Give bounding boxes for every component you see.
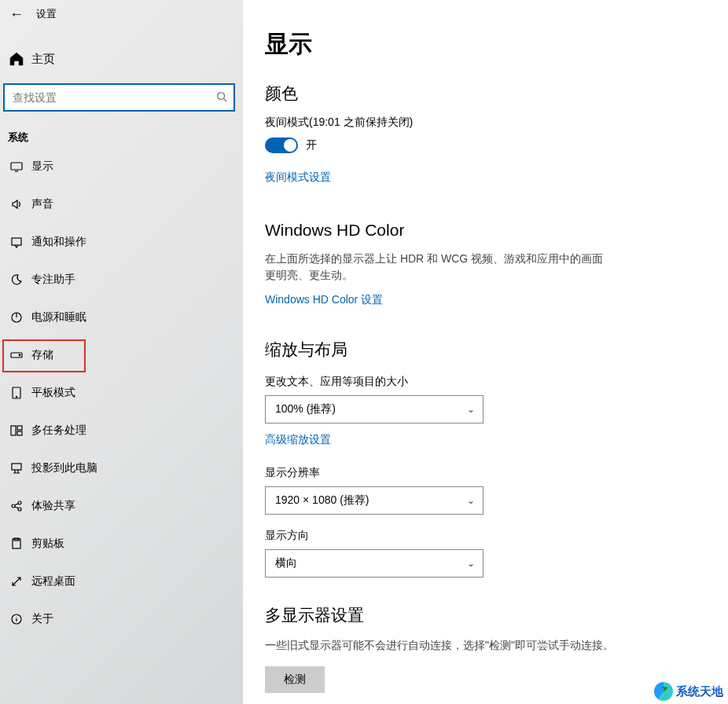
- night-mode-toggle[interactable]: [265, 138, 298, 153]
- svg-point-0: [218, 92, 225, 99]
- sidebar-item-shared-experiences[interactable]: 体验共享: [0, 487, 243, 525]
- watermark-text: 系统天地: [676, 684, 723, 699]
- section-label-system: 系统: [0, 112, 243, 148]
- sidebar-item-display[interactable]: 显示: [0, 148, 243, 185]
- chevron-down-icon: ⌄: [467, 404, 475, 415]
- sidebar-item-label: 专注助手: [31, 273, 75, 287]
- monitor-icon: [8, 160, 25, 173]
- sidebar-item-tablet-mode[interactable]: 平板模式: [0, 374, 243, 412]
- sidebar: ← 设置 主页 系统 显示 声音 通知和操作: [0, 0, 243, 704]
- sidebar-item-storage[interactable]: 存储: [0, 336, 243, 374]
- sidebar-item-sound[interactable]: 声音: [0, 185, 243, 223]
- globe-icon: [654, 682, 673, 701]
- orientation-label: 显示方向: [265, 529, 706, 543]
- multitask-icon: [8, 424, 25, 437]
- nav-list: 显示 声音 通知和操作 专注助手 电源和睡眠 存储 平板模式 多任务处理: [0, 148, 243, 638]
- home-icon: [8, 50, 25, 68]
- night-mode-state: 开: [306, 138, 317, 152]
- svg-point-14: [18, 508, 21, 511]
- sidebar-item-label: 投影到此电脑: [31, 461, 97, 475]
- remote-icon: [8, 575, 25, 588]
- sidebar-item-label: 远程桌面: [31, 574, 75, 588]
- sidebar-item-label: 显示: [31, 160, 53, 174]
- hdcolor-desc: 在上面所选择的显示器上让 HDR 和 WCG 视频、游戏和应用中的画面更明亮、更…: [265, 251, 611, 284]
- night-mode-label: 夜间模式(19:01 之前保持关闭): [265, 116, 706, 130]
- scale-select[interactable]: 100% (推荐) ⌄: [265, 395, 483, 424]
- resolution-select[interactable]: 1920 × 1080 (推荐) ⌄: [265, 486, 483, 515]
- sidebar-item-label: 体验共享: [31, 499, 75, 513]
- sidebar-item-label: 平板模式: [31, 386, 75, 400]
- svg-rect-10: [17, 431, 22, 435]
- sidebar-item-label: 通知和操作: [31, 235, 86, 249]
- sidebar-item-power-sleep[interactable]: 电源和睡眠: [0, 299, 243, 336]
- notification-icon: [8, 236, 25, 248]
- watermark: 系统天地: [654, 682, 723, 701]
- orientation-value: 横向: [275, 556, 297, 570]
- back-icon: ←: [9, 6, 24, 23]
- svg-rect-2: [12, 238, 21, 245]
- search-container: [0, 75, 243, 112]
- section-multimonitor-heading: 多显示器设置: [265, 604, 706, 626]
- sidebar-item-projecting[interactable]: 投影到此电脑: [0, 449, 243, 487]
- app-title: 设置: [36, 7, 57, 21]
- info-icon: [8, 613, 25, 625]
- sidebar-item-label: 关于: [31, 612, 53, 626]
- sidebar-item-label: 电源和睡眠: [31, 310, 86, 324]
- power-icon: [8, 311, 25, 324]
- sidebar-item-notifications[interactable]: 通知和操作: [0, 223, 243, 261]
- resolution-label: 显示分辨率: [265, 466, 706, 480]
- advanced-scale-link[interactable]: 高级缩放设置: [265, 433, 331, 447]
- scale-value: 100% (推荐): [275, 402, 336, 416]
- resolution-value: 1920 × 1080 (推荐): [275, 493, 369, 508]
- text-size-label: 更改文本、应用等项目的大小: [265, 375, 706, 389]
- multimonitor-desc: 一些旧式显示器可能不会进行自动连接，选择"检测"即可尝试手动连接。: [265, 637, 674, 654]
- sidebar-item-label: 多任务处理: [31, 424, 86, 438]
- share-icon: [8, 500, 25, 512]
- search-input[interactable]: [3, 83, 235, 112]
- search-icon: [216, 91, 227, 104]
- project-icon: [8, 462, 25, 475]
- sidebar-item-label: 声音: [31, 197, 53, 211]
- sidebar-item-about[interactable]: 关于: [0, 600, 243, 638]
- sidebar-item-label: 主页: [31, 52, 55, 67]
- svg-point-5: [19, 354, 20, 356]
- sidebar-item-label: 剪贴板: [31, 537, 64, 551]
- clipboard-icon: [8, 537, 25, 550]
- svg-point-13: [18, 501, 21, 504]
- back-button[interactable]: ←: [5, 2, 28, 26]
- hdcolor-settings-link[interactable]: Windows HD Color 设置: [265, 293, 383, 307]
- svg-point-7: [16, 396, 17, 397]
- detect-button[interactable]: 检测: [265, 666, 325, 693]
- svg-rect-8: [11, 426, 16, 435]
- chevron-down-icon: ⌄: [467, 558, 475, 569]
- night-mode-settings-link[interactable]: 夜间模式设置: [265, 170, 331, 185]
- sidebar-item-clipboard[interactable]: 剪贴板: [0, 525, 243, 563]
- section-color-heading: 颜色: [265, 82, 706, 104]
- tablet-icon: [8, 387, 25, 399]
- sidebar-item-focus-assist[interactable]: 专注助手: [0, 261, 243, 299]
- svg-rect-9: [17, 426, 22, 430]
- svg-point-12: [12, 504, 15, 508]
- chevron-down-icon: ⌄: [467, 495, 475, 506]
- speaker-icon: [8, 198, 25, 211]
- sidebar-item-label: 存储: [31, 348, 53, 362]
- page-title: 显示: [265, 28, 706, 60]
- sidebar-item-remote-desktop[interactable]: 远程桌面: [0, 563, 243, 600]
- orientation-select[interactable]: 横向 ⌄: [265, 549, 483, 578]
- search-textbox[interactable]: [13, 91, 216, 104]
- title-bar: ← 设置: [0, 0, 243, 28]
- sidebar-item-home[interactable]: 主页: [0, 42, 243, 75]
- svg-rect-11: [12, 464, 21, 470]
- sidebar-item-multitasking[interactable]: 多任务处理: [0, 412, 243, 449]
- section-hdcolor-heading: Windows HD Color: [265, 221, 706, 240]
- storage-icon: [8, 349, 25, 361]
- svg-rect-1: [11, 163, 22, 170]
- section-scale-heading: 缩放与布局: [265, 339, 706, 361]
- main-content: 显示 颜色 夜间模式(19:01 之前保持关闭) 开 夜间模式设置 Window…: [243, 0, 728, 704]
- moon-icon: [8, 273, 25, 286]
